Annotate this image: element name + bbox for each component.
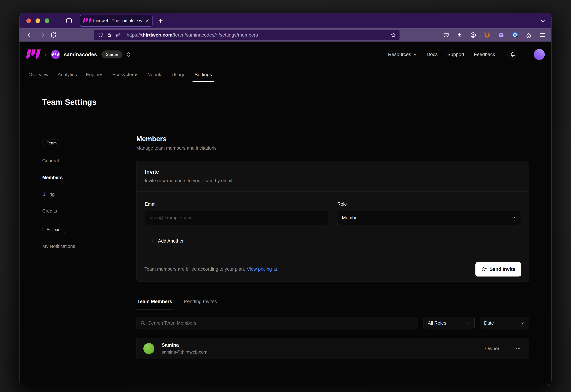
thirdweb-favicon — [83, 18, 91, 23]
billing-note: Team members are billed according to you… — [144, 266, 278, 272]
plan-badge: Starter — [102, 51, 122, 58]
external-link-icon — [273, 267, 278, 271]
date-filter-value: Date — [484, 321, 494, 326]
tab-nebula[interactable]: Nebula — [143, 67, 167, 82]
member-list-tabs: Team Members Pending Invites — [136, 299, 529, 309]
member-email: samina@thirdweb.com — [162, 350, 207, 355]
minimize-window-button[interactable] — [36, 18, 40, 23]
user-avatar[interactable] — [534, 49, 545, 60]
section-subtitle: Manage team members and invitations — [136, 145, 529, 151]
tab-analytics[interactable]: Analytics — [53, 67, 81, 82]
url-bar[interactable]: https://thirdweb.com/team/saminacodes/~/… — [94, 30, 399, 40]
invite-card: Invite Invite new members to your team b… — [136, 161, 529, 281]
email-field[interactable] — [145, 211, 328, 225]
date-filter-select[interactable]: Date — [480, 317, 529, 329]
settings-sidebar: Team General Members Billing Credits Acc… — [19, 122, 136, 366]
close-tab-icon[interactable] — [145, 18, 149, 23]
send-invite-button[interactable]: Send Invite — [475, 262, 521, 277]
page-header: Team Settings — [19, 82, 551, 122]
team-avatar-logo — [52, 53, 59, 56]
back-icon[interactable] — [26, 31, 34, 39]
chevron-down-icon — [466, 321, 470, 325]
tab-list-chevron-icon[interactable] — [540, 17, 546, 24]
tab-engines[interactable]: Engines — [81, 67, 108, 82]
extensions-puzzle-icon[interactable] — [526, 32, 532, 38]
resources-menu[interactable]: Resources — [388, 52, 417, 57]
url-text: https://thirdweb.com/team/saminacodes/~/… — [127, 32, 387, 38]
email-label: Email — [145, 201, 328, 207]
search-input[interactable] — [136, 317, 418, 329]
window-controls — [26, 18, 49, 23]
invite-title: Invite — [145, 168, 521, 175]
filter-row: All Roles Date — [136, 317, 529, 329]
invite-subtitle: Invite new members to your team by email — [145, 178, 521, 183]
tab-usage[interactable]: Usage — [167, 67, 190, 82]
account-icon[interactable] — [470, 32, 476, 38]
tab-title: thirdweb: The complete web3 d — [93, 18, 143, 23]
tab-overview[interactable]: Overview — [24, 67, 53, 82]
page-content: / saminacodes Starter Resources Docs Sup… — [19, 42, 551, 385]
sidebar-item-members[interactable]: Members — [42, 174, 136, 182]
feedback-link[interactable]: Feedback — [474, 52, 495, 57]
add-another-button[interactable]: Add Another — [145, 234, 190, 248]
browser-window: thirdweb: The complete web3 d — [19, 13, 551, 385]
breadcrumb-slash: / — [45, 51, 46, 58]
plus-icon — [150, 238, 155, 243]
pocket-icon[interactable] — [443, 32, 449, 38]
firefox-view-icon[interactable] — [65, 17, 73, 25]
thirdweb-logo[interactable] — [27, 49, 40, 59]
phantom-icon[interactable] — [498, 32, 504, 38]
bookmark-star-icon[interactable] — [390, 32, 396, 38]
members-section: Members Manage team members and invitati… — [136, 122, 529, 366]
sidebar-group-team: Team — [42, 139, 61, 147]
sidebar-item-billing[interactable]: Billing — [42, 190, 136, 198]
tab-pending-invites[interactable]: Pending Invites — [183, 299, 218, 309]
browser-toolbar: https://thirdweb.com/team/saminacodes/~/… — [19, 28, 551, 42]
close-window-button[interactable] — [26, 18, 31, 23]
maximize-window-button[interactable] — [45, 18, 49, 23]
member-role: Owner — [485, 346, 499, 351]
roles-filter-value: All Roles — [428, 321, 446, 326]
forward-icon[interactable] — [38, 31, 45, 39]
team-name[interactable]: saminacodes — [64, 52, 97, 57]
notifications-bell-icon[interactable] — [507, 49, 518, 60]
tab-settings[interactable]: Settings — [190, 67, 217, 82]
team-switcher-icon[interactable] — [126, 52, 131, 57]
support-link[interactable]: Support — [447, 52, 464, 57]
team-avatar[interactable] — [51, 50, 60, 59]
menu-hamburger-icon[interactable] — [539, 32, 545, 38]
role-select[interactable]: Member — [337, 211, 521, 225]
role-select-value: Member — [342, 215, 359, 221]
member-actions-menu-icon[interactable] — [514, 345, 522, 352]
app-nav-tabs: Overview Analytics Engines Ecosystems Ne… — [19, 67, 551, 82]
sidebar-item-my-notifications[interactable]: My Notifications — [42, 242, 136, 251]
onepassword-icon[interactable] — [512, 31, 519, 39]
docs-link[interactable]: Docs — [427, 52, 438, 57]
reload-icon[interactable] — [50, 31, 57, 39]
sidebar-item-credits[interactable]: Credits — [42, 207, 136, 215]
lock-icon[interactable] — [107, 32, 112, 38]
member-name: Samina — [162, 342, 207, 348]
member-row: Samina samina@thirdweb.com Owner — [136, 338, 529, 359]
roles-filter-select[interactable]: All Roles — [424, 317, 475, 329]
sidebar-group-account: Account — [42, 226, 66, 233]
sidebar-item-general[interactable]: General — [42, 157, 136, 165]
new-tab-button[interactable] — [158, 18, 163, 24]
downloads-icon[interactable] — [456, 32, 463, 38]
page-title: Team Settings — [42, 98, 97, 107]
permissions-icon[interactable] — [115, 32, 121, 38]
browser-tab[interactable]: thirdweb: The complete web3 d — [80, 15, 152, 27]
chevron-down-icon — [520, 321, 525, 325]
user-plus-icon — [481, 266, 487, 272]
chevron-down-icon — [511, 215, 516, 220]
tab-team-members[interactable]: Team Members — [136, 299, 173, 309]
browser-tab-bar: thirdweb: The complete web3 d — [19, 13, 551, 28]
tab-ecosystems[interactable]: Ecosystems — [108, 67, 143, 82]
tracking-shield-icon[interactable] — [98, 32, 103, 38]
role-label: Role — [337, 201, 521, 207]
section-title: Members — [136, 135, 529, 143]
metamask-icon[interactable] — [484, 31, 491, 39]
member-avatar — [143, 343, 154, 354]
view-pricing-link[interactable]: View pricing — [247, 266, 278, 272]
search-icon — [140, 320, 146, 326]
